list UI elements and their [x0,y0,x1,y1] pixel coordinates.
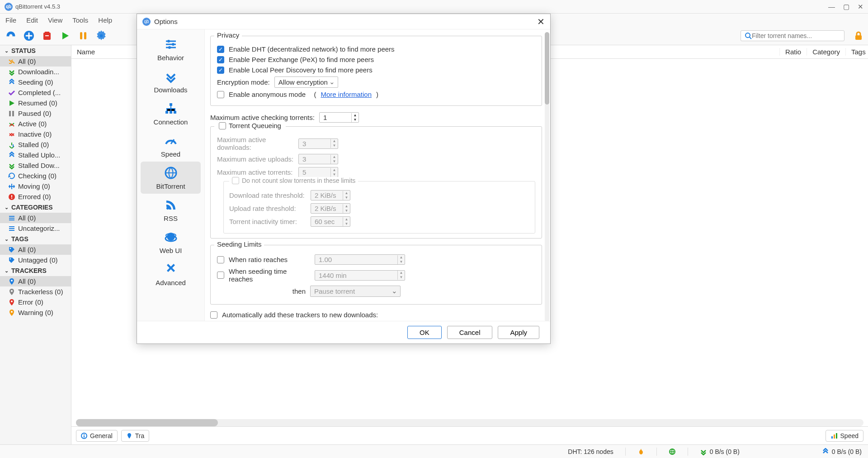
app-icon: qb [5,3,13,11]
category-all[interactable]: All (0) [0,213,71,223]
opt-connection[interactable]: Connection [137,97,204,129]
trackers-header[interactable]: ⌄TRACKERS [0,265,71,276]
options-content: Privacy Enable DHT (decentralized networ… [205,29,550,321]
status-errored[interactable]: Errored (0) [0,191,71,202]
col-category[interactable]: Category [807,48,845,56]
slow-checkbox [232,177,239,184]
pex-checkbox[interactable] [217,56,224,63]
encryption-select[interactable]: Allow encryption [274,76,338,88]
svg-point-19 [11,311,13,313]
queue-checkbox[interactable] [219,122,226,129]
status-moving[interactable]: Moving (0) [0,181,71,191]
minimize-button[interactable]: — [828,3,835,11]
status-seeding[interactable]: Seeding (0) [0,77,71,87]
opt-bittorrent[interactable]: BitTorrent [141,162,201,194]
pause-button[interactable] [77,29,90,42]
close-button[interactable]: ✕ [858,3,863,11]
delete-button[interactable] [41,29,53,42]
status-inactive[interactable]: Inactive (0) [0,129,71,139]
seedtime-checkbox[interactable] [217,272,224,279]
horizontal-scrollbar[interactable] [76,419,863,426]
auto-tracker-checkbox[interactable] [210,311,217,319]
status-stalled[interactable]: Stalled (0) [0,139,71,150]
dht-checkbox[interactable] [217,46,224,53]
lock-icon[interactable] [854,31,863,41]
upload-icon [822,448,829,455]
category-uncategorized[interactable]: Uncategoriz... [0,223,71,234]
menu-tools[interactable]: Tools [72,16,88,24]
encryption-label: Encryption mode: [217,78,270,86]
slow-group: Do not count slow torrents in these limi… [223,181,535,234]
status-paused[interactable]: Paused (0) [0,108,71,119]
col-ratio[interactable]: Ratio [779,48,807,56]
maximize-button[interactable]: ▢ [843,3,849,11]
tracker-warning[interactable]: Warning (0) [0,307,71,318]
ul-rate-spinner: 2 KiB/s▲▼ [311,203,350,214]
svg-rect-2 [45,32,49,33]
add-torrent-button[interactable] [23,29,35,42]
fire-icon[interactable] [637,448,645,455]
status-checking[interactable]: Checking (0) [0,171,71,181]
apply-button[interactable]: Apply [498,326,539,339]
search-box[interactable] [741,30,844,41]
status-header[interactable]: ⌄STATUS [0,45,71,56]
categories-header[interactable]: ⌄CATEGORIES [0,202,71,213]
tags-header[interactable]: ⌄TAGS [0,234,71,244]
menu-help[interactable]: Help [98,16,112,24]
settings-button[interactable] [95,29,108,42]
col-tags[interactable]: Tags [845,48,868,56]
menu-file[interactable]: File [5,16,16,24]
status-stalled-up[interactable]: Stalled Uplo... [0,150,71,160]
seeding-legend: Seeding Limits [214,240,264,248]
ratio-checkbox[interactable] [217,256,224,263]
lpd-checkbox[interactable] [217,67,224,74]
globe-icon[interactable] [669,448,676,455]
menu-view[interactable]: View [48,16,62,24]
status-stalled-down[interactable]: Stalled Dow... [0,160,71,171]
dialog-icon: qb [142,18,151,26]
svg-rect-32 [170,111,172,114]
max-t-spinner: 5▲▼ [298,167,338,177]
vertical-scrollbar[interactable] [545,32,549,321]
status-completed[interactable]: Completed (... [0,87,71,98]
max-check-spinner[interactable]: 1▲▼ [319,112,359,123]
lpd-label: Enable Local Peer Discovery to find more… [229,66,373,74]
svg-point-36 [166,207,169,210]
svg-point-16 [11,280,13,281]
status-active[interactable]: Active (0) [0,119,71,129]
opt-webui[interactable]: Web UI [137,226,204,258]
tracker-trackerless[interactable]: Trackerless (0) [0,286,71,297]
resume-button[interactable] [59,29,71,42]
privacy-group: Privacy Enable DHT (decentralized networ… [210,36,542,106]
speed-button[interactable]: Speed [826,430,863,442]
status-downloading[interactable]: Downloadin... [0,67,71,77]
opt-downloads[interactable]: Downloads [137,65,204,97]
dialog-close-button[interactable]: ✕ [537,16,545,27]
opt-rss[interactable]: RSS [137,194,204,226]
menu-edit[interactable]: Edit [26,16,38,24]
opt-behavior[interactable]: Behavior [137,33,204,65]
ok-button[interactable]: OK [407,326,442,339]
download-speed[interactable]: 0 B/s (0 B) [700,448,740,455]
status-all[interactable]: All (0) [0,56,71,67]
status-resumed[interactable]: Resumed (0) [0,98,71,108]
tag-all[interactable]: All (0) [0,244,71,255]
svg-rect-12 [11,195,12,197]
opt-speed[interactable]: Speed [137,129,204,162]
tab-trackers[interactable]: Tra [121,430,149,442]
more-info-link[interactable]: More information [321,91,372,98]
add-link-button[interactable] [5,29,17,42]
svg-rect-4 [84,32,86,39]
cancel-button[interactable]: Cancel [447,326,493,339]
bottom-tabs: General Tra Speed [71,426,868,444]
tab-general[interactable]: General [76,430,118,442]
upload-speed[interactable]: 0 B/s (0 B) [822,448,862,455]
svg-point-15 [10,258,11,259]
options-dialog: qb Options ✕ Behavior Downloads Connecti… [137,14,551,344]
tracker-all[interactable]: All (0) [0,276,71,286]
tracker-error[interactable]: Error (0) [0,297,71,307]
anon-checkbox[interactable] [217,91,224,98]
opt-advanced[interactable]: Advanced [137,258,204,290]
search-input[interactable] [752,32,840,39]
tag-untagged[interactable]: Untagged (0) [0,255,71,265]
